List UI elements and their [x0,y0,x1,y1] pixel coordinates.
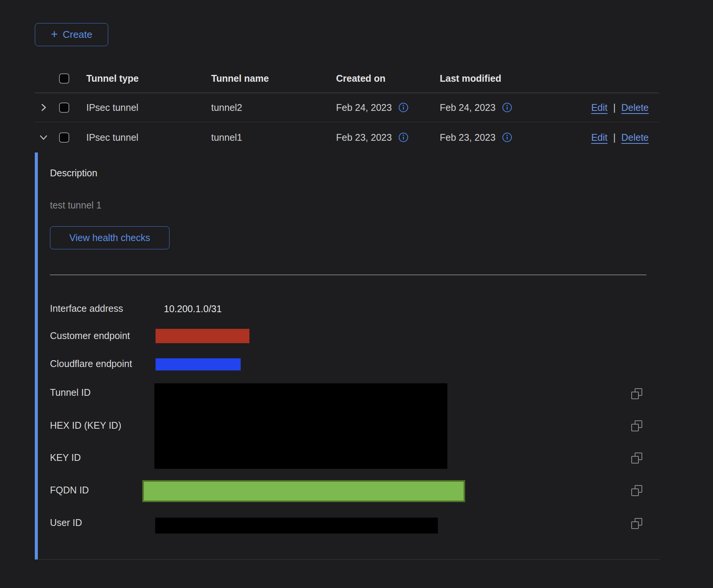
tunnel-name-cell: tunnel2 [211,102,336,113]
description-label: Description [50,168,97,179]
chevron-right-icon [39,103,48,112]
copy-icon[interactable] [631,388,642,399]
interface-address-value: 10.200.1.0/31 [164,303,222,314]
tunnel-name-cell: tunnel1 [211,132,336,143]
tunnels-table: Tunnel type Tunnel name Created on Last … [35,64,659,152]
info-icon[interactable] [398,102,409,113]
select-all-checkbox[interactable] [59,73,69,84]
copy-icon[interactable] [631,453,642,464]
info-icon[interactable] [502,132,512,143]
fqdn-id-label: FQDN ID [50,485,89,496]
plus-icon: + [51,28,58,40]
interface-address-label: Interface address [50,303,123,314]
info-icon[interactable] [398,132,409,143]
column-header-tunnel-name: Tunnel name [211,73,336,84]
cloudflare-endpoint-redacted-value [156,358,241,370]
description-value: test tunnel 1 [50,200,101,211]
chevron-down-icon [39,132,48,142]
action-separator: | [613,102,616,113]
view-health-checks-button[interactable]: View health checks [50,226,170,249]
hex-id-label: HEX ID (KEY ID) [50,420,121,431]
expand-row-button[interactable] [39,103,48,112]
customer-endpoint-label: Customer endpoint [50,330,130,341]
column-header-created-on: Created on [336,73,440,84]
column-header-last-modified: Last modified [440,73,558,84]
delete-link[interactable]: Delete [621,102,649,113]
create-button[interactable]: + Create [35,23,108,46]
last-modified-cell: Feb 23, 2023 [440,132,495,143]
tunnel-id-label: Tunnel ID [50,387,90,398]
edit-link[interactable]: Edit [591,132,607,143]
last-modified-cell: Feb 24, 2023 [440,102,495,113]
info-icon[interactable] [502,102,512,113]
user-id-label: User ID [50,517,82,528]
action-separator: | [613,132,616,143]
tunnel-type-cell: IPsec tunnel [86,132,211,143]
table-row-tunnel1: IPsec tunnel tunnel1 Feb 23, 2023 Feb 23… [35,122,659,152]
table-header-row: Tunnel type Tunnel name Created on Last … [35,64,659,93]
customer-endpoint-redacted-value [156,329,249,343]
cloudflare-endpoint-label: Cloudflare endpoint [50,358,132,369]
copy-icon[interactable] [631,420,642,431]
table-row-tunnel2: IPsec tunnel tunnel2 Feb 24, 2023 Feb 24… [35,93,659,122]
row-checkbox[interactable] [59,132,69,143]
tunnel-type-cell: IPsec tunnel [86,102,211,113]
fqdn-id-redacted-value [142,480,465,502]
edit-link[interactable]: Edit [591,102,607,113]
row-checkbox[interactable] [59,103,69,113]
delete-link[interactable]: Delete [621,132,649,143]
created-on-cell: Feb 24, 2023 [336,102,392,113]
collapse-row-button[interactable] [39,132,48,142]
create-button-label: Create [63,29,92,40]
copy-icon[interactable] [631,518,642,529]
key-id-label: KEY ID [50,452,81,463]
copy-icon[interactable] [631,485,642,496]
tunnel-detail-panel: Description test tunnel 1 View health ch… [35,152,659,560]
created-on-cell: Feb 23, 2023 [336,132,392,143]
ids-redacted-value [154,383,447,469]
tunnels-page: + Create Tunnel type Tunnel name Created… [0,0,713,588]
panel-divider [50,275,646,275]
user-id-redacted-value [155,518,438,534]
column-header-tunnel-type: Tunnel type [86,73,211,84]
